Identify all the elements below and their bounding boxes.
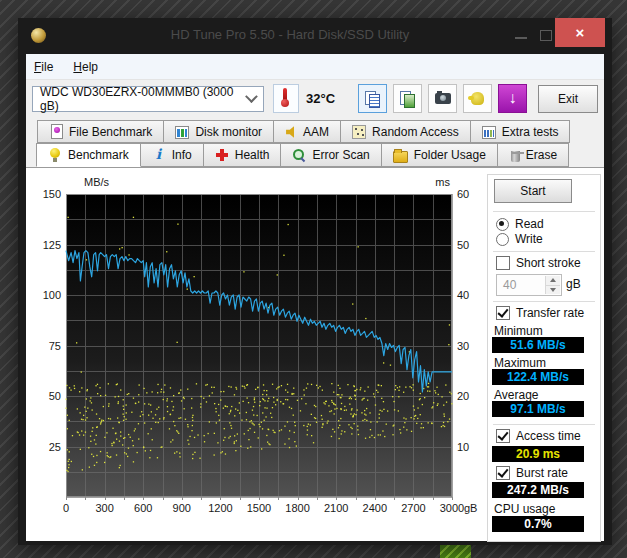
tab-health[interactable]: Health [203,143,282,167]
burst-rate-checkbox[interactable] [496,466,510,480]
svg-text:50: 50 [457,239,469,251]
svg-text:150: 150 [43,188,61,200]
hand-icon [471,92,484,105]
access-time-label: Access time [516,429,581,443]
client-area: FileHelp WDC WD30EZRX-00MMMB0 (3000 gB) … [26,54,604,537]
write-radio[interactable] [496,233,509,246]
menu-bar: FileHelp [26,54,604,80]
app-icon [31,28,46,43]
svg-text:75: 75 [49,340,61,352]
close-button[interactable]: × [555,18,605,47]
tab-row-bottom: BenchmarkInfoHealthError ScanFolder Usag… [36,143,604,167]
cpu-usage-value: 0.7% [492,516,584,532]
erase-icon [511,151,520,162]
menu-help[interactable]: Help [73,60,98,74]
access-time-value: 20.9 ms [492,446,584,462]
tab-info[interactable]: Info [140,143,204,167]
benchmark-controls-panel: Start Read Write Short stroke 40 [487,174,601,542]
hd-tune-window: HD Tune Pro 5.50 - Hard Disk/SSD Utility… [18,18,612,545]
svg-text:20: 20 [457,390,469,402]
burst-rate-label: Burst rate [516,466,568,480]
close-icon: × [576,24,585,41]
screenshot-button[interactable] [428,84,457,113]
tab-folder-usage[interactable]: Folder Usage [381,143,498,167]
exit-button[interactable]: Exit [538,85,598,113]
benchmark-chart: MB/sms2550751001251501020304050600300600… [26,168,481,530]
tab-label: Random Access [372,125,459,139]
tab-benchmark[interactable]: Benchmark [36,143,141,167]
svg-text:2700: 2700 [401,502,425,514]
menu-file[interactable]: File [34,60,53,74]
copy-text-button[interactable] [358,84,387,113]
temperature-button[interactable] [273,84,299,113]
spinner-up-button[interactable] [546,276,560,286]
maximize-button[interactable] [540,30,552,41]
camera-icon [435,93,451,104]
capacity-value: 40 [503,278,516,292]
svg-text:125: 125 [43,239,61,251]
divider [493,301,595,302]
save-results-button[interactable]: ↓ [498,84,527,113]
transfer-rate-label: Transfer rate [516,306,584,320]
access-time-row[interactable]: Access time [496,429,581,443]
tab-label: File Benchmark [69,125,152,139]
drive-select-dropdown[interactable]: WDC WD30EZRX-00MMMB0 (3000 gB) [32,86,264,112]
minimum-label: Minimum [494,324,543,338]
write-label: Write [515,232,543,246]
tab-file-benchmark[interactable]: File Benchmark [37,120,164,143]
write-radio-row[interactable]: Write [496,232,543,246]
divider [493,251,595,252]
tab-label: Info [172,148,192,162]
tab-label: Folder Usage [414,148,486,162]
tab-label: Disk monitor [195,125,262,139]
tab-label: Erase [526,148,557,162]
info-icon [152,148,166,162]
tab-random-access[interactable]: Random Access [340,120,471,143]
titlebar: HD Tune Pro 5.50 - Hard Disk/SSD Utility… [18,18,612,54]
tab-label: Benchmark [68,148,129,162]
capacity-unit-label: gB [566,277,581,291]
short-stroke-label: Short stroke [516,256,581,270]
burst-rate-row[interactable]: Burst rate [496,466,568,480]
transfer-rate-checkbox[interactable] [496,306,510,320]
svg-text:1800: 1800 [285,502,309,514]
tab-disk-monitor[interactable]: Disk monitor [163,120,274,143]
copy-image-button[interactable] [393,84,422,113]
transfer-rate-row[interactable]: Transfer rate [496,306,584,320]
svg-text:40: 40 [457,289,469,301]
burst-rate-value: 247.2 MB/s [492,482,584,498]
tab-strip: File BenchmarkDisk monitorAAMRandom Acce… [26,117,604,167]
short-stroke-row[interactable]: Short stroke [496,256,581,270]
spinner-down-button[interactable] [546,286,560,295]
tab-label: AAM [303,125,329,139]
tab-erase[interactable]: Erase [497,143,569,167]
minimum-value: 51.6 MB/s [492,337,584,353]
tab-aam[interactable]: AAM [273,120,341,143]
error-scan-icon [292,148,306,162]
read-label: Read [515,217,544,231]
read-radio[interactable] [496,218,509,231]
tab-label: Error Scan [312,148,369,162]
tab-error-scan[interactable]: Error Scan [280,143,381,167]
short-stroke-checkbox[interactable] [496,256,510,270]
svg-text:30: 30 [457,340,469,352]
drive-select-value: WDC WD30EZRX-00MMMB0 (3000 gB) [40,85,247,113]
average-value: 97.1 MB/s [492,401,584,417]
svg-text:1500: 1500 [247,502,271,514]
benchmark-page: MB/sms2550751001251501020304050600300600… [26,167,604,541]
svg-text:gB: gB [464,502,477,514]
svg-text:3000: 3000 [440,502,464,514]
capacity-spinner[interactable]: 40 [496,274,562,296]
up-arrow-icon [550,278,556,282]
access-time-checkbox[interactable] [496,429,510,443]
start-button[interactable]: Start [494,179,572,203]
maximum-label: Maximum [494,356,546,370]
tab-extra-tests[interactable]: Extra tests [470,120,571,143]
svg-text:60: 60 [457,188,469,200]
divider [493,424,595,425]
minimize-button[interactable] [515,37,527,39]
hand-button[interactable] [463,84,492,113]
folder-usage-icon [393,151,408,163]
read-radio-row[interactable]: Read [496,217,544,231]
down-arrow-icon [550,288,556,292]
